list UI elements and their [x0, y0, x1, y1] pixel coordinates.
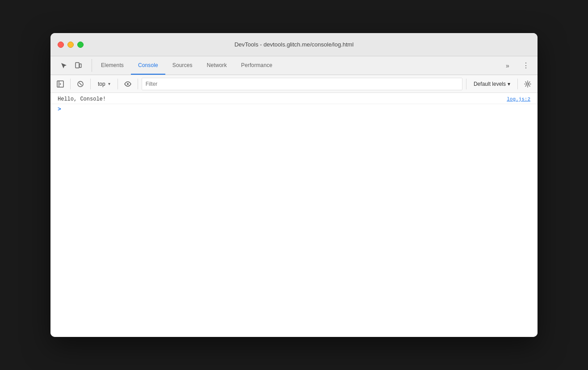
log-levels-button[interactable]: Default levels ▾ [470, 78, 514, 90]
tab-elements[interactable]: Elements [94, 56, 131, 75]
gear-icon [524, 80, 531, 88]
context-selector[interactable]: top ▾ [94, 78, 114, 90]
devtools-window: DevTools - devtools.glitch.me/console/lo… [50, 33, 538, 337]
console-toolbar-divider-4 [138, 79, 138, 89]
close-button[interactable] [58, 42, 64, 48]
maximize-button[interactable] [77, 42, 84, 48]
eye-icon [124, 80, 131, 88]
tabs-list: Elements Console Sources Network Perform… [94, 56, 500, 75]
sidebar-toggle-button[interactable] [54, 78, 67, 90]
log-message: Hello, Console! [58, 96, 500, 102]
console-toolbar-divider-3 [118, 79, 118, 89]
console-toolbar-divider-1 [70, 79, 71, 89]
toolbar-icons [54, 56, 88, 75]
more-tabs-button[interactable]: » [501, 59, 514, 72]
tab-network[interactable]: Network [200, 56, 234, 75]
svg-point-7 [127, 83, 129, 85]
cursor-icon [60, 62, 67, 69]
sidebar-icon [57, 80, 64, 88]
traffic-lights [58, 42, 84, 48]
svg-rect-0 [76, 63, 79, 68]
minimize-button[interactable] [67, 42, 74, 48]
log-source-link[interactable]: log.js:2 [507, 97, 530, 102]
console-settings-button[interactable] [521, 78, 534, 90]
prompt-arrow: > [58, 106, 61, 113]
device-icon [75, 62, 82, 69]
clear-icon [77, 80, 84, 88]
console-toolbar-divider-5 [466, 79, 466, 89]
svg-rect-1 [80, 64, 81, 67]
console-toolbar: top ▾ Default levels ▾ [50, 75, 538, 93]
console-toolbar-divider-2 [90, 79, 91, 89]
tab-performance[interactable]: Performance [234, 56, 280, 75]
device-toggle-button[interactable] [72, 59, 84, 72]
console-prompt: > [50, 104, 538, 114]
window-title: DevTools - devtools.glitch.me/console/lo… [235, 41, 354, 48]
devtools-menu-button[interactable]: ⋮ [520, 59, 532, 72]
toolbar-divider [92, 59, 92, 72]
tab-sources[interactable]: Sources [165, 56, 200, 75]
svg-point-8 [527, 83, 529, 85]
svg-line-6 [79, 83, 82, 85]
console-output: Hello, Console! log.js:2 > [50, 93, 538, 337]
tabs-right: » ⋮ [500, 56, 534, 75]
tabs-bar: Elements Console Sources Network Perform… [50, 56, 538, 75]
svg-marker-4 [60, 83, 61, 85]
title-bar: DevTools - devtools.glitch.me/console/lo… [50, 33, 538, 56]
console-log-entry: Hello, Console! log.js:2 [50, 95, 538, 104]
filter-input[interactable] [142, 78, 462, 90]
inspect-element-button[interactable] [58, 59, 70, 72]
tab-console[interactable]: Console [131, 56, 165, 75]
live-expressions-button[interactable] [122, 78, 134, 90]
console-toolbar-divider-6 [517, 79, 518, 89]
clear-console-button[interactable] [74, 78, 87, 90]
